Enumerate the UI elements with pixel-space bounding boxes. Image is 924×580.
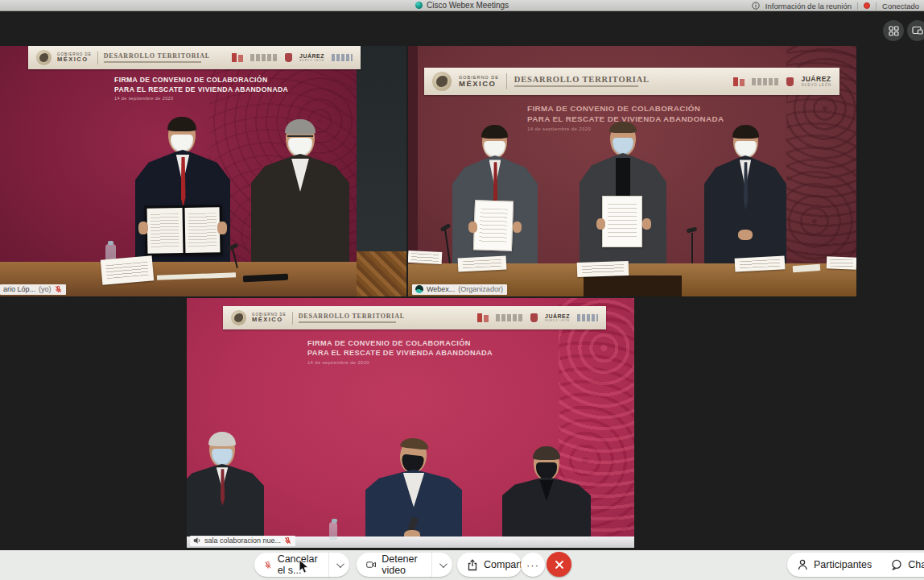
event-banner: GOBIERNO DE MÉXICO DESARROLLO TERRITORIA… (28, 46, 361, 69)
leave-meeting-button[interactable] (547, 552, 571, 577)
juarez-logo-subtext: NUEVO LEÓN (545, 320, 570, 323)
event-title: FIRMA DE CONVENIO DE COLABORACIÓN PARA E… (114, 76, 316, 102)
recording-indicator-icon (864, 2, 870, 9)
speaker-icon (193, 536, 201, 545)
participant-suffix: (Organizador) (458, 285, 503, 293)
banner-divider (506, 73, 507, 89)
department-subtext-line (104, 61, 202, 63)
gobierno-eagle-logo (231, 310, 246, 325)
name-card (101, 255, 154, 284)
chat-button[interactable]: Chat (882, 553, 924, 577)
camera-icon (366, 560, 376, 570)
banner-divider (292, 312, 293, 325)
participant-name-label: ario Lóp... (yo) (0, 284, 66, 295)
participant-name: sala colaboracion nue... (204, 536, 281, 545)
webex-meeting-window: { "window": { "title": "Cisco Webex Meet… (0, 0, 924, 580)
parquet-floor (357, 251, 406, 296)
window-title: Cisco Webex Meetings (427, 1, 509, 10)
info-icon[interactable] (752, 2, 760, 10)
video-tile-room[interactable]: GOBIERNO DE MÉXICO DESARROLLO TERRITORIA… (187, 298, 634, 548)
layout-icon (912, 26, 923, 35)
layout-view-button[interactable] (907, 20, 924, 41)
attendee-figure (502, 448, 591, 548)
mexico-text: MÉXICO (459, 80, 499, 88)
gobierno-eagle-logo (36, 50, 52, 65)
juarez-logo-text: JUÁREZ (545, 313, 570, 319)
chat-icon (891, 559, 902, 570)
partner-logo (250, 54, 278, 61)
mouse-cursor (299, 559, 309, 574)
microphone (691, 233, 693, 263)
partner-logo (477, 313, 489, 322)
share-icon (467, 559, 478, 571)
video-tile-self[interactable]: GOBIERNO DE MÉXICO DESARROLLO TERRITORIA… (0, 46, 406, 296)
share-button[interactable]: Compartir (457, 553, 522, 577)
grid-icon (889, 26, 899, 36)
partner-logo (332, 54, 353, 61)
panel-buttons-group: Participantes Chat ··· (787, 553, 924, 577)
more-options-label: ··· (526, 559, 539, 571)
presenter-figure (135, 118, 230, 265)
titlebar-divider (876, 2, 877, 10)
partner-logo (496, 314, 523, 321)
video-tile-organizer[interactable]: GOBIERNO DE MÉXICO DESARROLLO TERRITORIA… (408, 46, 856, 296)
partner-logo (752, 78, 779, 85)
event-date: 14 de septiembre de 2020 (307, 360, 533, 367)
department-subtext-line (514, 85, 639, 87)
attendee-figure (365, 440, 462, 548)
grid-view-button[interactable] (883, 20, 904, 41)
mic-muted-icon (55, 285, 62, 293)
room-wall (357, 46, 406, 251)
mic-muted-icon (264, 559, 272, 571)
title-bar: Cisco Webex Meetings Información de la r… (0, 0, 924, 11)
event-date: 14 de septiembre de 2020 (114, 96, 316, 102)
banner-divider (97, 52, 98, 64)
presenter-figure (580, 123, 666, 265)
mexico-text: MÉXICO (252, 317, 287, 323)
attendee-figure (187, 433, 264, 548)
participant-name-label: sala colaboracion nue... (190, 536, 295, 546)
participants-button[interactable]: Participantes (787, 553, 882, 577)
stop-video-button-label: Detener video (382, 553, 427, 576)
juarez-logo-text: JUÁREZ (801, 76, 831, 83)
gobierno-eagle-logo (432, 72, 452, 91)
chevron-down-icon (336, 560, 344, 568)
participant-suffix: (yo) (39, 285, 52, 293)
partner-logo (232, 53, 243, 62)
meeting-info-link[interactable]: Información de la reunión (765, 2, 852, 10)
event-title: FIRMA DE CONVENIO DE COLABORACIÓN PARA E… (307, 338, 533, 367)
department-text: DESARROLLO TERRITORIAL (299, 313, 405, 320)
department-subtext-line (299, 321, 397, 323)
name-card (408, 251, 442, 264)
water-bottle (329, 522, 337, 540)
stop-video-button[interactable]: Detener video (357, 553, 452, 577)
juarez-logo-subtext: NUEVO LEÓN (299, 60, 324, 63)
juarez-logo-subtext: NUEVO LEÓN (801, 84, 831, 88)
chat-button-label: Chat (908, 559, 924, 570)
name-card (577, 261, 629, 277)
partner-logo (577, 314, 598, 321)
partner-logo (786, 77, 794, 86)
presenter-figure (452, 126, 538, 265)
close-icon (555, 560, 564, 570)
name-card (735, 255, 786, 271)
participant-name: ario Lóp... (3, 285, 35, 293)
name-card (458, 255, 507, 271)
titlebar-divider (857, 2, 858, 10)
presenter-figure (251, 121, 349, 265)
participant-name-label: Webex... (Organizador) (412, 284, 507, 295)
webex-device-icon (415, 285, 423, 293)
webex-logo-icon (415, 2, 423, 9)
name-card (827, 256, 856, 269)
participants-button-label: Participantes (814, 559, 872, 570)
connection-status: Conectado (882, 2, 919, 10)
mic-muted-icon (284, 536, 291, 545)
event-banner: GOBIERNO DE MÉXICO DESARROLLO TERRITORIA… (424, 68, 839, 95)
more-options-button[interactable]: ··· (521, 553, 545, 577)
partner-logo (733, 77, 745, 86)
mexico-text: MÉXICO (57, 56, 92, 63)
department-text: DESARROLLO TERRITORIAL (514, 76, 650, 85)
juarez-logo-text: JUÁREZ (299, 53, 324, 59)
partner-logo (285, 53, 292, 62)
chevron-down-icon (439, 560, 448, 568)
